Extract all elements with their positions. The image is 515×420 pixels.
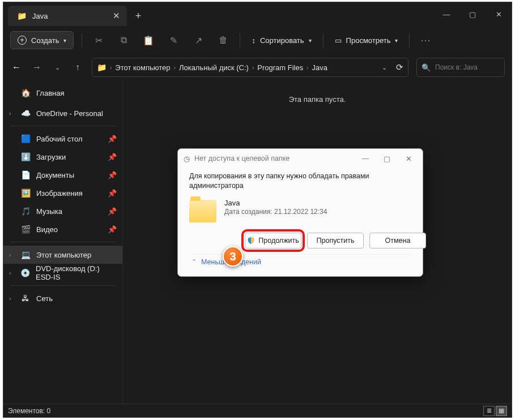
delete-icon[interactable]: 🗑 [215, 35, 232, 45]
close-window-button[interactable]: ✕ [486, 2, 512, 26]
shield-icon [247, 237, 255, 245]
up-button[interactable]: ↑ [71, 62, 84, 72]
sidebar-item-pictures[interactable]: 🖼️ Изображения 📌 [3, 184, 122, 202]
dialog-message: Для копирования в эту папку нужно облада… [189, 172, 411, 191]
search-icon: 🔍 [422, 63, 431, 72]
folder-name: Java [224, 199, 327, 207]
copy-icon[interactable]: ⧉ [115, 35, 132, 45]
skip-button[interactable]: Пропустить [307, 233, 364, 248]
sidebar-item-dvd[interactable]: › 💿 DVD-дисковод (D:) ESD-IS [3, 264, 122, 282]
separator [409, 33, 410, 47]
tab-java[interactable]: 📁 Java ✕ [8, 6, 127, 26]
nav-row: ← → ⌄ ↑ 📁 › Этот компьютер › Локальный д… [3, 54, 512, 80]
breadcrumb-drive-c[interactable]: Локальный диск (C:) › [179, 63, 254, 72]
separator [10, 126, 116, 126]
recent-button[interactable]: ⌄ [51, 64, 63, 71]
dialog-minimize-button[interactable]: — [357, 155, 374, 162]
desktop-icon: 🟦 [20, 134, 31, 143]
dialog-title: Нет доступа к целевой папке [194, 155, 290, 162]
pin-icon: 📌 [108, 153, 117, 161]
details-view-button[interactable]: ≣ [483, 406, 495, 416]
search-input[interactable] [435, 63, 500, 71]
cancel-button[interactable]: Отмена [369, 233, 426, 248]
address-bar[interactable]: 📁 › Этот компьютер › Локальный диск (C:)… [92, 58, 408, 77]
sidebar-item-documents[interactable]: 📄 Документы 📌 [3, 166, 122, 184]
breadcrumb-java[interactable]: Java [312, 63, 327, 72]
pin-icon: 📌 [108, 135, 117, 143]
separator [10, 242, 116, 242]
sidebar-item-videos[interactable]: 🎬 Видео 📌 [3, 220, 122, 238]
tab-title: Java [32, 12, 48, 20]
chevron-right-icon[interactable]: › [9, 269, 11, 276]
plus-icon: + [18, 36, 27, 45]
chevron-right-icon: › [307, 65, 308, 71]
chevron-right-icon[interactable]: › [9, 110, 11, 117]
item-count: Элементов: 0 [8, 407, 50, 415]
access-denied-dialog: ◷ Нет доступа к целевой папке — ▢ ✕ Для … [177, 148, 423, 277]
separator [10, 285, 116, 286]
create-button[interactable]: + Создать ▾ [10, 31, 74, 49]
downloads-icon: ⬇️ [20, 152, 31, 161]
more-button[interactable]: ⋯ [418, 34, 435, 46]
refresh-button[interactable]: ⟳ [396, 62, 403, 72]
share-icon[interactable]: ↗ [190, 35, 207, 46]
view-dropdown[interactable]: ▭ Просмотреть ▾ [331, 31, 402, 49]
new-tab-button[interactable]: + [127, 6, 150, 26]
sidebar-item-home[interactable]: 🏠 Главная [3, 84, 122, 102]
search-box[interactable]: 🔍 [416, 58, 505, 77]
forward-button[interactable]: → [31, 62, 43, 72]
home-icon: 🏠 [20, 88, 31, 97]
folder-date: Дата создания: 21.12.2022 12:34 [224, 208, 327, 216]
clock-icon: ◷ [184, 155, 190, 163]
dialog-maximize-button[interactable]: ▢ [378, 155, 395, 163]
chevron-down-icon: ▾ [63, 37, 66, 44]
pc-icon: 💻 [20, 250, 31, 259]
pin-icon: 📌 [108, 189, 117, 198]
sidebar: 🏠 Главная › ☁️ OneDrive - Personal 🟦 Раб… [3, 80, 122, 404]
sidebar-item-music[interactable]: 🎵 Музыка 📌 [3, 202, 122, 220]
sidebar-item-network[interactable]: › 🖧 Сеть [3, 289, 122, 307]
callout-badge: 3 [223, 246, 243, 267]
documents-icon: 📄 [20, 170, 31, 179]
sidebar-item-label: DVD-дисковод (D:) ESD-IS [36, 264, 117, 281]
folder-icon [189, 200, 216, 222]
address-dropdown-icon[interactable]: ⌄ [382, 64, 387, 71]
sidebar-item-label: Загрузки [36, 153, 66, 161]
empty-folder-message: Эта папка пуста. [123, 95, 512, 104]
breadcrumb-program-files[interactable]: Program Files › [257, 63, 308, 72]
create-label: Создать [31, 36, 59, 45]
button-label: Отмена [385, 237, 411, 245]
sidebar-item-onedrive[interactable]: › ☁️ OneDrive - Personal [3, 104, 122, 122]
pin-icon: 📌 [108, 225, 117, 234]
sidebar-item-label: Документы [36, 171, 74, 179]
sidebar-item-downloads[interactable]: ⬇️ Загрузки 📌 [3, 148, 122, 166]
cut-icon[interactable]: ✂ [90, 35, 107, 46]
breadcrumb-this-pc[interactable]: Этот компьютер › [115, 63, 176, 72]
sidebar-item-label: Изображения [36, 189, 83, 198]
sort-icon: ↕ [252, 36, 256, 45]
rename-icon[interactable]: ✎ [165, 35, 182, 46]
close-tab-icon[interactable]: ✕ [113, 11, 120, 21]
continue-button[interactable]: Продолжить [245, 233, 301, 248]
separator [323, 33, 324, 47]
view-label: Просмотреть [346, 36, 391, 45]
minimize-button[interactable]: — [433, 2, 459, 26]
sidebar-item-this-pc[interactable]: › 💻 Этот компьютер [3, 246, 122, 264]
back-button[interactable]: ← [10, 62, 23, 72]
sidebar-item-label: Рабочий стол [36, 135, 83, 143]
window-controls: — ▢ ✕ [433, 2, 512, 26]
chevron-right-icon[interactable]: › [9, 251, 11, 258]
large-icons-view-button[interactable]: ▦ [496, 406, 507, 416]
sidebar-item-desktop[interactable]: 🟦 Рабочий стол 📌 [3, 130, 122, 148]
dialog-close-button[interactable]: ✕ [400, 155, 417, 163]
sort-dropdown[interactable]: ↕ Сортировать ▾ [248, 31, 314, 49]
sidebar-item-label: Видео [36, 225, 58, 234]
button-label: Продолжить [258, 237, 299, 245]
maximize-button[interactable]: ▢ [459, 2, 486, 26]
sidebar-item-label: Сеть [36, 294, 53, 303]
sidebar-item-label: Этот компьютер [36, 251, 91, 259]
pin-icon: 📌 [108, 207, 117, 216]
paste-icon[interactable]: 📋 [140, 35, 157, 46]
chevron-right-icon: › [174, 65, 176, 71]
chevron-right-icon[interactable]: › [9, 295, 11, 302]
